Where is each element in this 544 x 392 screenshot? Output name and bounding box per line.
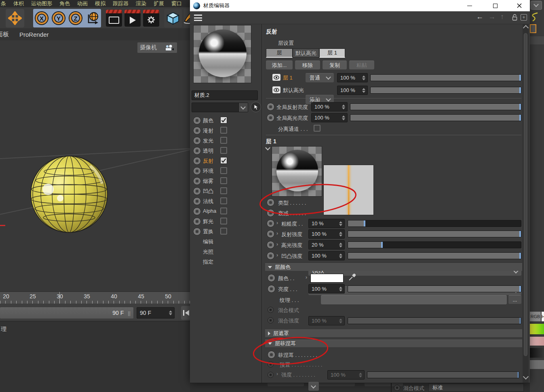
editor-scrollbar[interactable] <box>523 24 529 383</box>
layer1-preview-thumbnail[interactable] <box>272 146 322 197</box>
channel-bump-checkbox[interactable] <box>220 187 227 194</box>
rgb-button[interactable]: RGB <box>530 312 541 321</box>
channel-illumination[interactable]: 光照 <box>190 247 261 257</box>
channel-color-checkbox[interactable] <box>220 117 227 124</box>
channel-color[interactable]: 颜色 <box>190 115 261 126</box>
channel-displacement[interactable]: 置换 <box>190 226 261 237</box>
frame-spinner[interactable] <box>169 310 173 315</box>
menu-item[interactable]: 渲染 <box>136 0 146 7</box>
fresnel-preview-thumbnail[interactable] <box>323 165 374 215</box>
roughness-expander[interactable]: › <box>276 220 278 226</box>
axis-x-button[interactable]: X <box>33 9 50 27</box>
move-tool-button[interactable] <box>6 9 24 27</box>
menu-item[interactable]: 运动图形 <box>31 0 52 7</box>
axis-z-button[interactable]: Z <box>67 9 84 27</box>
default-specular-opacity-slider[interactable] <box>370 87 521 94</box>
menu-item[interactable]: 动画 <box>77 0 88 7</box>
menu-item[interactable]: 模拟 <box>95 0 105 7</box>
tab-prorender[interactable]: ProRender <box>19 31 49 38</box>
channel-diffusion-checkbox[interactable] <box>220 127 227 134</box>
layer-mask-section-header[interactable]: 层遮罩 <box>265 329 522 337</box>
channel-environment[interactable]: 环境 <box>190 166 261 176</box>
reflection-strength-slider[interactable] <box>348 231 521 237</box>
scroll-down-icon[interactable] <box>523 374 529 379</box>
channel-luminance[interactable]: 发光 <box>190 136 261 146</box>
scroll-up-icon[interactable] <box>523 25 529 31</box>
timeline-range-slider[interactable]: 90 F || <box>0 307 133 319</box>
texture-dropdown-button[interactable] <box>308 382 319 391</box>
layer1-opacity-slider[interactable] <box>370 74 521 81</box>
material-name-field[interactable] <box>192 90 258 100</box>
shader-dropdown-button[interactable] <box>238 103 248 112</box>
bump-strength-field[interactable]: 100 % <box>308 251 345 260</box>
reflection-strength-expander[interactable]: › <box>276 231 278 236</box>
specular-strength-radio[interactable] <box>267 241 274 249</box>
bump-strength-expander[interactable]: › <box>276 252 278 258</box>
channel-assign[interactable]: 指定 <box>190 257 261 267</box>
render-view-button[interactable] <box>106 10 122 27</box>
channel-glow-checkbox[interactable] <box>220 218 227 224</box>
specular-strength-field[interactable]: 20 % <box>308 240 345 249</box>
channel-reflectance-checkbox[interactable] <box>220 157 227 164</box>
axis-y-button[interactable]: Y <box>50 9 67 27</box>
separate-channels-checkbox[interactable] <box>314 125 320 132</box>
pick-material-button[interactable] <box>251 102 261 112</box>
playhead[interactable] <box>59 292 60 304</box>
brightness-field[interactable]: 100 % <box>308 284 345 293</box>
menu-item[interactable]: 角色 <box>59 0 70 7</box>
viewport[interactable]: 摄像机 <box>0 40 190 291</box>
layer1-collapse-chevron[interactable] <box>265 145 270 151</box>
channel-reflectance[interactable]: 反射 <box>190 156 261 166</box>
type-radio[interactable] <box>267 199 274 206</box>
texture-field[interactable] <box>321 295 507 304</box>
channel-luminance-checkbox[interactable] <box>220 137 227 144</box>
saturation-bar[interactable] <box>530 337 544 346</box>
menu-item[interactable]: 跟踪器 <box>113 0 129 7</box>
global-specular-radio[interactable] <box>267 114 274 122</box>
shader-field[interactable] <box>192 103 248 112</box>
global-specular-slider[interactable] <box>350 114 521 121</box>
eyedropper-icon[interactable] <box>348 273 356 281</box>
default-specular-name[interactable]: 默认高光 <box>283 87 304 94</box>
channel-normal[interactable]: 法线 <box>190 196 261 206</box>
close-button[interactable] <box>512 0 526 11</box>
channel-environment-checkbox[interactable] <box>220 167 227 174</box>
specular-strength-expander[interactable]: › <box>276 241 278 247</box>
maximize-button[interactable] <box>488 0 502 11</box>
roughness-radio[interactable] <box>267 220 274 227</box>
material-preview[interactable] <box>193 25 251 83</box>
color-radio[interactable] <box>268 274 275 282</box>
paste-layer-button[interactable]: 粘贴 <box>349 61 374 69</box>
tab-layer-1[interactable]: 层 1 <box>319 48 345 58</box>
history-forward-button[interactable]: → <box>488 13 496 21</box>
channel-edit[interactable]: 编辑 <box>190 237 261 247</box>
up-level-button[interactable]: ↑ <box>500 13 504 21</box>
scrollbar-thumb[interactable] <box>524 33 527 356</box>
bump-strength-radio[interactable] <box>267 252 274 260</box>
reflection-strength-radio[interactable] <box>267 230 274 238</box>
tab-default-specular[interactable]: 默认高光 <box>293 48 319 58</box>
hue-gradient-bar[interactable] <box>530 324 544 334</box>
menu-item[interactable]: 体积 <box>13 0 24 7</box>
menu-item[interactable]: 条 <box>1 0 6 7</box>
layer1-blend-dropdown[interactable]: 普通 <box>306 73 334 82</box>
fresnel-radio[interactable] <box>268 351 275 358</box>
channel-diffusion[interactable]: 漫射 <box>190 126 261 136</box>
channel-alpha-checkbox[interactable] <box>220 208 227 214</box>
gray-bar[interactable] <box>530 360 544 369</box>
sphere-object[interactable] <box>30 155 109 234</box>
add-cube-button[interactable] <box>164 9 182 27</box>
color-swatch[interactable] <box>310 274 344 283</box>
global-reflection-slider[interactable] <box>350 103 521 110</box>
roughness-field[interactable]: 10 % <box>308 219 345 228</box>
add-layer-button[interactable]: 添加... <box>266 61 293 69</box>
editor-titlebar[interactable]: 材质编辑器 <box>190 0 530 11</box>
channel-transparency-checkbox[interactable] <box>220 147 227 154</box>
selected-thumbnail[interactable] <box>530 24 536 33</box>
default-specular-opacity-field[interactable]: 100 % <box>337 86 368 95</box>
layer1-opacity-field[interactable]: 100 % <box>337 73 368 82</box>
layer1-visibility-toggle[interactable] <box>272 74 280 81</box>
channel-glow[interactable]: 辉光 <box>190 216 261 226</box>
camera-menu[interactable]: 摄像机 <box>137 42 177 53</box>
channel-normal-checkbox[interactable] <box>220 197 227 204</box>
